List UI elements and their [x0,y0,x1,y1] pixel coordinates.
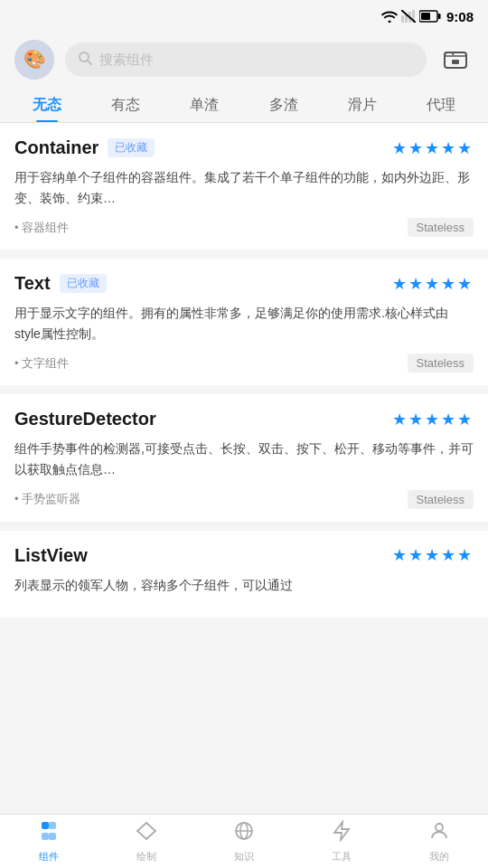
bottom-navigation: 组件 绘制 知识 工具 [0,814,488,868]
card-container-header: Container 已收藏 ★★★★★ [14,137,474,158]
content-list: Container 已收藏 ★★★★★ 用于容纳单个子组件的容器组件。集成了若干… [0,123,488,805]
tab-proxy[interactable]: 代理 [402,87,481,122]
card-gesture-detector: GestureDetector ★★★★★ 组件手势事件的检测器,可接受点击、长… [0,394,488,521]
card-text-title-row: Text 已收藏 [14,273,107,294]
nav-item-draw[interactable]: 绘制 [98,820,195,863]
svg-line-11 [88,61,91,64]
svg-text:🎨: 🎨 [23,48,46,70]
card-text: Text 已收藏 ★★★★★ 用于显示文字的组件。拥有的属性非常多，足够满足你的… [0,259,488,385]
card-container-desc: 用于容纳单个子组件的容器组件。集成了若干个单子组件的功能，如内外边距、形变、装饰… [14,167,474,209]
card-gesture-title: GestureDetector [14,409,156,429]
status-icons [381,10,441,23]
card-text-saved-badge: 已收藏 [60,274,107,293]
tab-multi-channel[interactable]: 多渣 [244,87,323,122]
card-text-desc: 用于显示文字的组件。拥有的属性非常多，足够满足你的使用需求.核心样式由style… [14,303,474,344]
card-container-saved-badge: 已收藏 [108,138,155,157]
status-bar: 9:08 [0,0,488,33]
search-bar[interactable]: 搜索组件 [65,42,427,77]
card-gesture-stateless: Stateless [408,490,474,509]
nav-item-tools[interactable]: 工具 [293,820,390,863]
svg-rect-6 [438,14,441,19]
svg-rect-13 [452,60,459,64]
nav-item-mine[interactable]: 我的 [390,820,488,863]
svg-marker-18 [334,822,349,840]
svg-marker-14 [137,823,155,839]
nav-item-knowledge[interactable]: 知识 [195,820,293,863]
card-container-stateless: Stateless [408,218,474,237]
svg-rect-7 [421,13,430,20]
tab-single-channel[interactable]: 单渣 [165,87,244,122]
nav-item-components[interactable]: 组件 [0,820,98,863]
tab-navigation: 无态 有态 单渣 多渣 滑片 代理 [0,87,488,123]
person-icon [428,820,450,847]
battery-icon [419,10,441,23]
card-listview-title-row: ListView [14,545,88,566]
card-container-stars: ★★★★★ [392,138,474,158]
card-text-stateless: Stateless [408,354,474,373]
nav-tools-label: 工具 [332,850,352,863]
wifi-icon [381,10,398,23]
card-gesture-tag: 手势监听器 [14,491,80,507]
card-list-view: ListView ★★★★★ 列表显示的领军人物，容纳多个子组件，可以通过 [0,531,488,618]
tab-slider[interactable]: 滑片 [323,87,401,122]
card-text-header: Text 已收藏 ★★★★★ [14,273,474,294]
card-text-tag: 文字组件 [14,355,69,372]
diamond-icon [136,820,157,847]
nav-components-label: 组件 [39,850,59,863]
folder-icon[interactable] [437,42,474,78]
search-placeholder: 搜索组件 [99,52,154,69]
card-text-stars: ★★★★★ [392,274,474,294]
card-gesture-title-row: GestureDetector [14,409,156,429]
status-time: 9:08 [446,9,474,24]
card-gesture-footer: 手势监听器 Stateless [14,490,474,509]
puzzle-icon [38,820,60,847]
nav-mine-label: 我的 [429,850,449,863]
svg-rect-0 [401,15,404,23]
svg-point-19 [436,824,443,831]
folder-svg [443,47,468,72]
signal-icon [401,10,416,23]
bolt-icon [331,820,352,847]
card-container-footer: 容器组件 Stateless [14,218,474,237]
card-text-footer: 文字组件 Stateless [14,354,474,373]
tab-stateful[interactable]: 有态 [86,87,164,122]
card-container-title-row: Container 已收藏 [14,137,155,158]
nav-knowledge-label: 知识 [234,850,254,863]
nav-draw-label: 绘制 [136,850,156,863]
search-icon [78,51,92,69]
card-container-title: Container [14,137,99,158]
avatar[interactable]: 🎨 [14,40,54,80]
card-gesture-stars: ★★★★★ [392,410,474,429]
tab-stateless[interactable]: 无态 [7,87,86,122]
globe-icon [233,820,255,847]
avatar-image: 🎨 [14,40,54,80]
card-listview-title: ListView [14,545,88,566]
card-listview-stars: ★★★★★ [392,545,474,565]
card-gesture-header: GestureDetector ★★★★★ [14,409,474,429]
card-text-title: Text [14,273,51,294]
card-listview-header: ListView ★★★★★ [14,545,474,566]
card-gesture-desc: 组件手势事件的检测器,可接受点击、长按、双击、按下、松开、移动等事件，并可以获取… [14,439,474,480]
card-listview-desc: 列表显示的领军人物，容纳多个子组件，可以通过 [14,575,474,596]
header: 🎨 搜索组件 [0,33,488,87]
card-container: Container 已收藏 ★★★★★ 用于容纳单个子组件的容器组件。集成了若干… [0,123,488,250]
card-container-tag: 容器组件 [14,220,69,236]
